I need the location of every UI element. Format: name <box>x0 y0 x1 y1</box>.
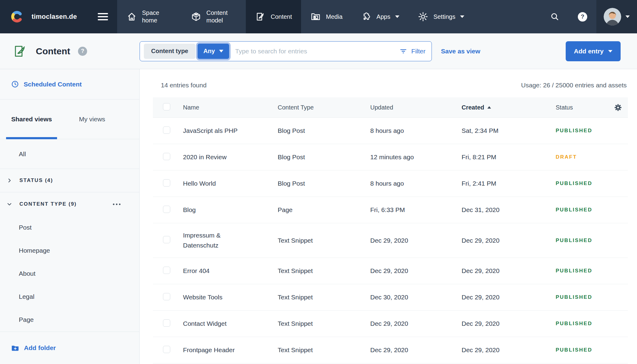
table-row[interactable]: Hello World Blog Post 8 hours ago Fri, 2… <box>153 170 628 197</box>
table-row[interactable]: Error 404 Text Snippet Dec 29, 2020 Dec … <box>153 258 628 284</box>
view-item-post[interactable]: Post <box>0 216 139 239</box>
filter-button[interactable]: Filter <box>399 47 425 55</box>
entry-updated: Dec 29, 2020 <box>370 267 462 275</box>
tab-my-views[interactable]: My views <box>74 99 110 139</box>
gear-icon <box>418 11 429 22</box>
nav-item-settings[interactable]: Settings <box>408 0 473 33</box>
table-row[interactable]: Impressum & Datenschutz Text Snippet Dec… <box>153 223 628 258</box>
entry-content-type: Page <box>278 206 370 214</box>
views-sidebar: Scheduled Content Shared views My views … <box>0 69 140 364</box>
nav-item-content[interactable]: Content <box>246 0 301 33</box>
row-checkbox[interactable] <box>163 319 170 327</box>
table-row[interactable]: Contact Widget Text Snippet Dec 29, 2020… <box>153 311 628 337</box>
table-row[interactable]: 2020 in Review Blog Post 12 minutes ago … <box>153 144 628 170</box>
entry-content-type: Text Snippet <box>278 267 370 275</box>
view-item-page[interactable]: Page <box>0 308 139 331</box>
add-folder-button[interactable]: Add folder <box>0 332 139 364</box>
add-entry-label: Add entry <box>574 48 604 55</box>
column-header-name[interactable]: Name <box>183 104 278 111</box>
account-menu[interactable] <box>596 0 637 33</box>
view-group-status[interactable]: STATUS (4) <box>0 169 139 192</box>
save-as-view-link[interactable]: Save as view <box>441 48 480 55</box>
entry-updated: 8 hours ago <box>370 180 462 187</box>
row-checkbox[interactable] <box>163 236 170 243</box>
gear-icon <box>614 103 622 112</box>
filter-icon <box>399 47 407 55</box>
entry-created: Dec 29, 2020 <box>462 267 556 275</box>
column-header-created[interactable]: Created <box>462 104 556 111</box>
table-row[interactable]: Blog Page Fri, 6:33 PM Dec 31, 2020 PUBL… <box>153 197 628 223</box>
scheduled-content-link[interactable]: Scheduled Content <box>0 69 139 99</box>
add-entry-button[interactable]: Add entry <box>566 41 621 61</box>
column-header-created-label: Created <box>462 104 484 111</box>
entry-created: Fri, 2:41 PM <box>462 180 556 187</box>
select-all-checkbox[interactable] <box>163 103 170 110</box>
row-checkbox[interactable] <box>163 179 170 187</box>
view-item-all[interactable]: All <box>0 139 139 169</box>
view-group-content-type[interactable]: CONTENT TYPE (9) <box>0 192 139 216</box>
row-checkbox[interactable] <box>163 293 170 300</box>
entry-name: Error 404 <box>183 259 210 283</box>
nav-item-media[interactable]: Media <box>301 0 351 33</box>
nav-item-space-home[interactable]: Space home <box>117 0 181 33</box>
entry-status-badge: PUBLISHED <box>556 238 608 244</box>
row-checkbox[interactable] <box>163 346 170 353</box>
top-navigation: timoclasen.de Space home Content model C… <box>0 0 637 33</box>
hamburger-menu-icon[interactable] <box>98 13 108 20</box>
nav-item-label: Content model <box>206 9 237 24</box>
entry-name: Hello World <box>183 171 216 196</box>
entry-updated: Dec 29, 2020 <box>370 237 462 244</box>
chevron-down-icon <box>395 15 399 18</box>
clock-icon <box>11 80 19 88</box>
entry-name: Frontpage Header <box>183 338 235 362</box>
entry-created: Dec 29, 2020 <box>462 346 556 354</box>
entry-created: Dec 29, 2020 <box>462 237 556 244</box>
view-item-about[interactable]: About <box>0 262 139 285</box>
view-item-homepage[interactable]: Homepage <box>0 239 139 262</box>
search-input[interactable] <box>229 48 399 55</box>
view-item-legal[interactable]: Legal <box>0 285 139 308</box>
entry-created: Dec 31, 2020 <box>462 206 556 214</box>
chevron-down-icon <box>625 15 630 18</box>
column-header-updated[interactable]: Updated <box>370 104 462 111</box>
entry-status-badge: DRAFT <box>556 154 608 160</box>
nav-item-label: Media <box>326 13 342 21</box>
table-row[interactable]: JavaScript als PHP Blog Post 8 hours ago… <box>153 118 628 144</box>
entry-name: Website Tools <box>183 285 222 310</box>
entry-content-type: Text Snippet <box>278 294 370 301</box>
column-header-status[interactable]: Status <box>556 104 608 111</box>
chevron-down-icon <box>460 15 464 18</box>
tab-shared-views[interactable]: Shared views <box>6 99 57 139</box>
column-settings-button[interactable] <box>608 103 628 112</box>
space-name: timoclasen.de <box>32 13 77 21</box>
help-icon[interactable]: ? <box>78 47 87 56</box>
nav-item-label: Apps <box>377 13 391 21</box>
content-type-filter-label[interactable]: Content type <box>144 44 195 59</box>
media-folder-icon <box>310 11 321 22</box>
nav-item-label: Content <box>271 13 292 21</box>
contentful-logo-icon[interactable] <box>9 9 25 25</box>
scheduled-content-label: Scheduled Content <box>24 81 82 88</box>
table-row[interactable]: Website Tools Text Snippet Dec 30, 2020 … <box>153 284 628 311</box>
space-brand: timoclasen.de <box>0 0 117 33</box>
entry-created: Dec 29, 2020 <box>462 320 556 327</box>
page-header: Content ? Content type Any Filter Save a… <box>0 33 637 69</box>
row-checkbox[interactable] <box>163 267 170 274</box>
entry-status-badge: PUBLISHED <box>556 321 608 327</box>
row-checkbox[interactable] <box>163 126 170 134</box>
entry-status-badge: PUBLISHED <box>556 347 608 353</box>
table-header-row: Name Content Type Updated Created Status <box>153 97 628 118</box>
content-type-filter-dropdown[interactable]: Any <box>198 44 229 59</box>
search-button[interactable] <box>541 0 569 33</box>
more-options-icon[interactable] <box>113 204 120 205</box>
column-header-content-type[interactable]: Content Type <box>278 104 370 111</box>
help-button[interactable]: ? <box>569 0 596 33</box>
nav-item-apps[interactable]: Apps <box>352 0 409 33</box>
folder-plus-icon <box>11 344 19 352</box>
content-feather-icon <box>255 11 266 22</box>
row-checkbox[interactable] <box>163 153 170 160</box>
table-row[interactable]: Frontpage Header Text Snippet Dec 29, 20… <box>153 337 628 363</box>
nav-item-content-model[interactable]: Content model <box>181 0 246 33</box>
entry-name: Contact Widget <box>183 312 227 336</box>
row-checkbox[interactable] <box>163 206 170 213</box>
